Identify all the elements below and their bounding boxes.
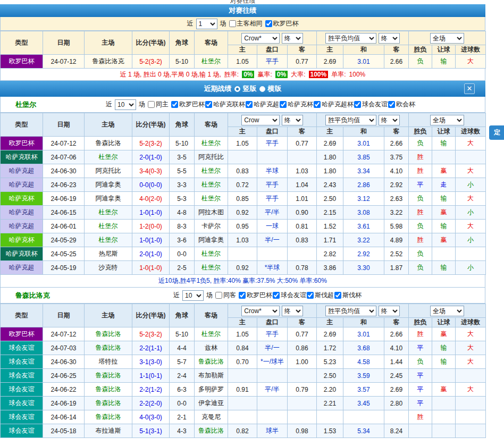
scope-select-group: 全场 bbox=[409, 304, 486, 318]
goals-cell bbox=[456, 369, 486, 383]
league-filter[interactable]: 斯伐超 bbox=[307, 291, 334, 300]
league-filter[interactable]: 哈萨克杯 bbox=[280, 100, 313, 109]
odds-type-select[interactable]: 胜平负均值 bbox=[325, 306, 376, 316]
odds-select-group: 胜平负均值 终 bbox=[317, 113, 409, 127]
league-checkbox[interactable] bbox=[280, 101, 287, 108]
final-odds-select[interactable]: 终 bbox=[282, 306, 303, 316]
sub-goals: 进球数 bbox=[456, 127, 486, 137]
close-icon[interactable]: ✕ bbox=[464, 83, 475, 94]
ah-handicap: *一/球半 bbox=[257, 355, 288, 369]
home-team: 杜堡尔 bbox=[85, 150, 132, 164]
vertical-layout-radio[interactable] bbox=[234, 86, 240, 92]
ah-away-odds: 0.83 bbox=[288, 233, 317, 247]
odds-type-select[interactable]: 胜平负均值 bbox=[325, 115, 376, 125]
sub-handicap-result: 让球 bbox=[432, 127, 456, 137]
dubor-league-filters: 欧罗巴杯 哈萨克联杯 哈萨克超 哈萨克杯 哈萨克超杯 球会友谊 欧会杯 bbox=[171, 100, 415, 109]
ah-handicap: 平/半 bbox=[257, 383, 288, 397]
league-checkbox[interactable] bbox=[307, 292, 314, 299]
corner-cell: 2-4 bbox=[170, 369, 195, 383]
goals-cell: 大 bbox=[456, 164, 486, 178]
final-odds-select[interactable]: 终 bbox=[282, 115, 303, 125]
ah-handicap bbox=[257, 150, 288, 164]
horizontal-layout-radio[interactable] bbox=[259, 86, 265, 92]
league-checkbox[interactable] bbox=[354, 101, 361, 108]
horizontal-layout-label[interactable]: 横版 bbox=[268, 81, 282, 97]
league-filter[interactable]: 斯伐杯 bbox=[334, 291, 362, 300]
odds-away: 8.24 bbox=[384, 424, 409, 438]
odds-type-select[interactable]: 胜平负均值 bbox=[325, 33, 376, 44]
league-filter-label: 哈萨克超杯 bbox=[322, 100, 354, 109]
near-label: 近 bbox=[106, 100, 112, 109]
home-team: 鲁森比洛克 bbox=[85, 55, 132, 69]
page-content: 对赛往绩 对赛往绩 近 1 场 主客相同 欧罗巴杯 类型 日期 主场 比分(半场… bbox=[0, 0, 485, 438]
away-team: 伊拿迪亚 bbox=[195, 397, 228, 410]
league-checkbox[interactable] bbox=[314, 101, 321, 108]
same-home-label: 同主 bbox=[156, 100, 169, 109]
ah-away-odds bbox=[288, 150, 317, 164]
league-checkbox[interactable] bbox=[171, 101, 178, 108]
same-home-away-filter[interactable]: 主客相同 bbox=[229, 19, 263, 28]
ah-away-odds: 1.01 bbox=[288, 192, 317, 206]
league-checkbox[interactable] bbox=[334, 292, 341, 299]
same-home-away-checkbox[interactable] bbox=[229, 20, 236, 27]
league-filter[interactable]: 欧罗巴杯 bbox=[239, 291, 272, 300]
result-cell: 负 bbox=[409, 137, 432, 150]
date-cell: 24-07-12 bbox=[43, 137, 85, 150]
side-tab-button[interactable]: 定 bbox=[489, 125, 504, 140]
away-team: 阿克托比 bbox=[195, 150, 228, 164]
same-away-checkbox[interactable] bbox=[215, 292, 222, 299]
scope-select[interactable]: 全场 bbox=[430, 306, 464, 316]
league-filter[interactable]: 哈萨克超 bbox=[246, 100, 279, 109]
final-odds-select-2[interactable]: 终 bbox=[379, 306, 400, 316]
league-filter[interactable]: 哈萨克超杯 bbox=[314, 100, 354, 109]
league-filter[interactable]: 球会友谊 bbox=[273, 291, 306, 300]
ah-home-odds: 0.84 bbox=[228, 341, 257, 355]
league-checkbox[interactable] bbox=[239, 292, 246, 299]
corner-cell: 8-3 bbox=[170, 220, 195, 233]
same-away-filter[interactable]: 同客 bbox=[215, 291, 236, 300]
league-checkbox[interactable] bbox=[205, 101, 212, 108]
dubor-count-select[interactable]: 10 bbox=[115, 99, 136, 110]
league-checkbox[interactable] bbox=[388, 101, 395, 108]
scope-select[interactable]: 全场 bbox=[430, 33, 464, 44]
goals-cell bbox=[456, 247, 486, 261]
final-odds-select-2[interactable]: 终 bbox=[379, 115, 400, 125]
league-checkbox[interactable] bbox=[273, 292, 280, 299]
away-team: 阿迪拿奥 bbox=[195, 233, 228, 247]
h2h-count-select[interactable]: 1 bbox=[196, 19, 217, 29]
scope-select[interactable]: 全场 bbox=[430, 115, 464, 125]
col-score: 比分(半场) bbox=[132, 31, 170, 55]
final-odds-select-2[interactable]: 终 bbox=[379, 33, 400, 44]
league-filter[interactable]: 哈萨克联杯 bbox=[205, 100, 245, 109]
league-checkbox[interactable] bbox=[265, 20, 272, 27]
league-checkbox[interactable] bbox=[246, 101, 253, 108]
away-team: 鲁森比洛 bbox=[195, 424, 228, 438]
vertical-layout-label[interactable]: 竖版 bbox=[243, 81, 257, 97]
date-cell: 24-07-12 bbox=[43, 55, 85, 69]
dubor-stats-text: 近10场,胜4平1负5, 胜率:40% 赢率:37.5% 大:50% 单率:60… bbox=[158, 276, 327, 285]
odds-home: 2.50 bbox=[317, 369, 343, 383]
same-home-filter[interactable]: 同主 bbox=[148, 100, 169, 109]
big-rate-label: 大率: bbox=[291, 70, 305, 79]
final-odds-select[interactable]: 终 bbox=[282, 33, 303, 44]
league-filter[interactable]: 欧罗巴杯 bbox=[265, 19, 299, 28]
company-select[interactable]: Crow* bbox=[241, 306, 280, 316]
rusen-count-select[interactable]: 10 bbox=[182, 290, 204, 301]
ah-handicap: 半球 bbox=[257, 164, 288, 178]
ah-away-odds: 0.77 bbox=[288, 327, 317, 341]
company-select[interactable]: Crow bbox=[241, 115, 280, 125]
odds-away: 2.69 bbox=[384, 383, 409, 397]
ah-away-odds: 0.98 bbox=[288, 424, 317, 438]
sub-ah-away: 客 bbox=[288, 127, 317, 137]
odds-home: 1.52 bbox=[317, 220, 343, 233]
near-label: 近 bbox=[173, 291, 180, 300]
score-cell: 2-2(1-2) bbox=[132, 383, 170, 397]
date-cell: 24-05-19 bbox=[43, 261, 85, 275]
goals-cell: 大 bbox=[456, 192, 486, 206]
ah-away-odds: 1.00 bbox=[288, 355, 317, 369]
league-filter[interactable]: 球会友谊 bbox=[354, 100, 388, 109]
same-home-checkbox[interactable] bbox=[148, 101, 155, 108]
league-filter[interactable]: 欧罗巴杯 bbox=[171, 100, 205, 109]
league-filter[interactable]: 欧会杯 bbox=[388, 100, 415, 109]
company-select[interactable]: Crow* bbox=[241, 33, 280, 44]
